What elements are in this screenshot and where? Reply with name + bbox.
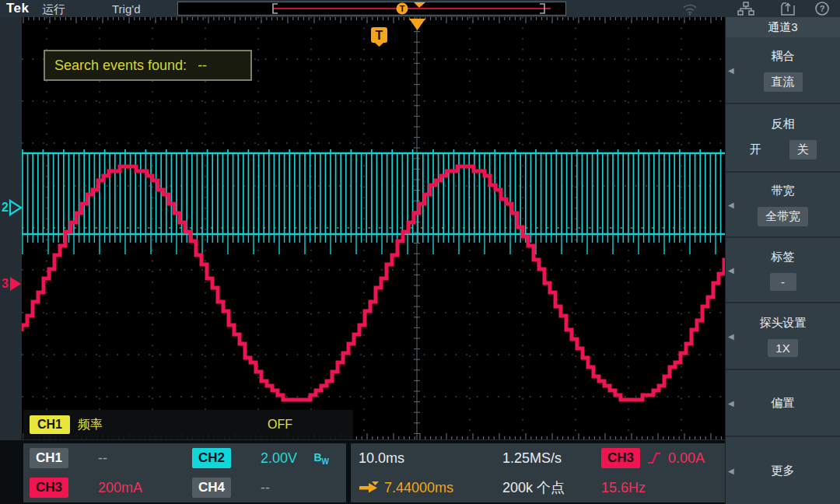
status-bar: CH1 -- CH2 2.00V BW CH3 200mA CH4 -- 10.… [0,440,725,504]
horizontal-scale: 10.0ms [359,450,502,467]
ch2-badge: CH2 [192,448,231,468]
chevron-left-icon[interactable]: ◀ [728,467,734,475]
ch3-readout: CH3 200mA [23,478,186,498]
trigger-source-badge: CH3 [601,448,640,468]
svg-text:T: T [376,29,383,42]
more-label: 更多 [772,464,795,478]
ch3-badge: CH3 [30,478,68,498]
menu-section-probe-setup[interactable]: ◀ 探头设置 1X [726,302,840,369]
horizontal-delay: 7.44000ms [384,480,453,496]
svg-text:?: ? [820,4,825,13]
bandwidth-limit-icon: BW [313,451,329,466]
network-icon[interactable] [737,1,754,16]
bandwidth-value-button[interactable]: 全带宽 [758,207,808,226]
menu-section-label[interactable]: ◀ 标签 - [726,236,840,302]
delay-arrow-icon [359,481,380,494]
measurement-channel-badge: CH1 [30,415,70,434]
record-length: 200k 个点 [502,478,601,497]
ch1-readout: CH1 -- [23,448,186,468]
coupling-value-button[interactable]: 直流 [764,72,803,92]
file-export-icon[interactable] [779,1,796,16]
acquisition-status: 运行 [42,2,65,17]
probe-setup-value-button[interactable]: 1X [768,339,797,357]
ch2-marker-triangle-icon [9,199,23,216]
chevron-left-icon[interactable]: ◀ [728,201,734,209]
trigger-readout: CH3 0.00A [601,448,725,468]
search-events-label: Search events found: [54,58,187,74]
side-menu-channel3: 通道3 ◀ 耦合 直流 反相 开 关 ◀ 带宽 全带宽 ◀ 标签 - ◀ 探头设… [725,17,840,504]
chevron-left-icon[interactable]: ◀ [728,266,734,275]
chevron-left-icon[interactable]: ◀ [728,66,734,75]
wifi-icon [681,1,698,16]
probe-setup-label: 探头设置 [760,316,807,331]
menu-title: 通道3 [726,17,840,37]
offset-label: 偏置 [772,396,795,411]
channel-readouts: CH1 -- CH2 2.00V BW CH3 200mA CH4 -- [23,443,346,502]
ch4-badge: CH4 [192,478,231,498]
help-icon[interactable]: ? [814,1,831,16]
ch4-scale: -- [261,480,270,496]
label-value-button[interactable]: - [770,273,796,291]
chevron-left-icon[interactable]: ◀ [728,332,734,341]
record-view-graphic: T [178,2,565,15]
trigger-status: Trig'd [112,2,140,16]
delay-readout: 7.44000ms [359,480,502,496]
bandwidth-label: 带宽 [772,184,795,198]
oscilloscope-screen: Tek 运行 Trig'd T ? T [0,0,840,504]
ch3-ground-marker[interactable]: 3 [2,275,23,292]
invert-on-option[interactable]: 开 [750,142,761,157]
ch1-badge: CH1 [30,448,68,468]
ch3-marker-label: 3 [2,277,9,291]
ch2-scale: 2.00V [261,450,297,467]
ch3-scale: 200mA [98,480,142,496]
horizontal-trigger-readouts: 10.0ms 1.25MS/s CH3 0.00A 7.44000ms 200k… [351,443,725,502]
label-label: 标签 [772,250,795,264]
rising-edge-icon [646,451,662,465]
menu-section-bandwidth[interactable]: ◀ 带宽 全带宽 [726,171,840,236]
tek-logo: Tek [6,1,30,16]
search-events-value: -- [198,58,207,74]
search-events-banner: Search events found: -- [44,50,252,81]
record-view-bar[interactable]: T [177,2,566,16]
menu-section-coupling[interactable]: ◀ 耦合 直流 [726,37,840,103]
ch2-marker-label: 2 [2,201,9,215]
ch1-scale: -- [98,450,107,467]
svg-text:T: T [400,4,405,13]
waveform-display: T Search events found: -- CH1 频率 OFF [22,17,725,439]
invert-off-option[interactable]: 关 [789,140,817,159]
menu-section-offset[interactable]: ◀ 偏置 [726,369,840,436]
coupling-label: 耦合 [772,49,795,64]
measurement-name: 频率 [78,417,103,433]
measurement-value: OFF [268,418,292,432]
menu-section-invert[interactable]: 反相 开 关 [726,103,840,171]
sample-rate: 1.25MS/s [502,450,601,467]
menu-section-more[interactable]: ◀ 更多 [726,436,840,504]
invert-label: 反相 [772,117,795,131]
trigger-frequency: 15.6Hz [601,480,725,496]
ch2-ground-marker[interactable]: 2 [2,199,23,216]
ch4-readout: CH4 -- [186,478,346,498]
measurement-bar: CH1 频率 OFF [23,410,353,439]
top-bar: Tek 运行 Trig'd T ? [0,0,840,17]
chevron-left-icon[interactable]: ◀ [728,399,734,408]
ch3-marker-triangle-icon [9,275,23,292]
ch2-readout: CH2 2.00V BW [186,448,346,468]
trigger-level: 0.00A [668,450,705,467]
